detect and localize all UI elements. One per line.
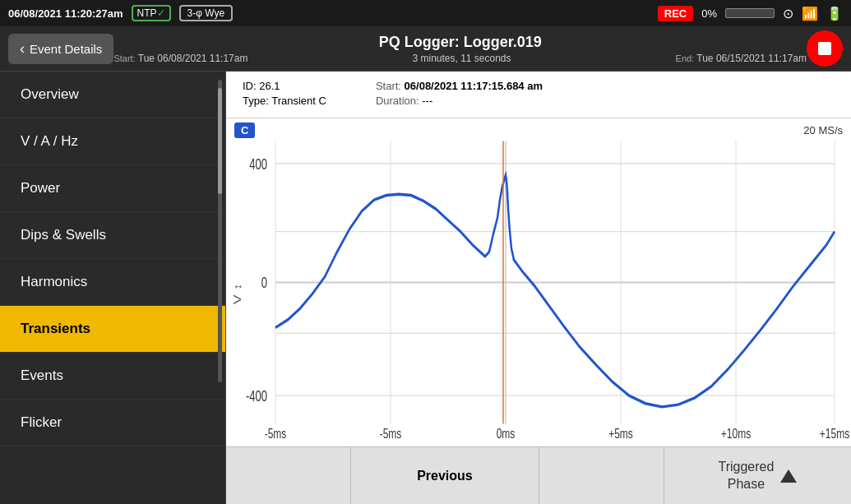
event-start-row: Start: 06/08/2021 11:17:15.684 am	[376, 80, 543, 92]
event-start-value: 06/08/2021 11:17:15.684 am	[405, 80, 543, 92]
sidebar-item-flicker[interactable]: Flicker	[0, 400, 225, 446]
sample-rate: 20 MS/s	[803, 124, 843, 136]
signal-icon: 📶	[802, 6, 818, 21]
progress-bar	[725, 8, 775, 18]
sidebar-item-events[interactable]: Events	[0, 353, 225, 400]
sidebar-item-harmonics[interactable]: Harmonics	[0, 259, 225, 306]
back-button[interactable]: ‹ Event Details	[8, 34, 113, 64]
triggered-phase-button[interactable]: TriggeredPhase	[664, 447, 851, 504]
event-duration-value: ---	[422, 95, 432, 107]
previous-label: Previous	[417, 469, 473, 483]
svg-text:-5ms: -5ms	[380, 426, 402, 441]
svg-text:400: 400	[249, 156, 267, 172]
wifi-icon: ⊙	[783, 6, 793, 21]
status-bar: 06/08/2021 11:20:27am NTP✓ 3-φ Wye REC 0…	[0, 0, 851, 26]
svg-text:+5ms: +5ms	[608, 426, 633, 441]
svg-text:-5ms: -5ms	[265, 426, 287, 441]
stop-button[interactable]	[807, 30, 843, 67]
stop-icon	[818, 42, 831, 55]
sidebar-item-transients[interactable]: Transients	[0, 306, 225, 353]
ntp-badge: NTP✓	[132, 5, 171, 21]
sidebar-item-dips-swells[interactable]: Dips & Swells	[0, 212, 225, 259]
event-info: ID: 26.1 Type: Transient C Start: 06/08/…	[226, 72, 851, 118]
channel-badge: C	[234, 123, 255, 138]
back-label: Event Details	[30, 42, 102, 56]
svg-text:0: 0	[261, 275, 267, 290]
header: ‹ Event Details PQ Logger: Logger.019 St…	[0, 26, 851, 72]
previous-button[interactable]: Previous	[351, 447, 539, 504]
event-start-label: Start:	[376, 80, 405, 92]
datetime: 06/08/2021 11:20:27am	[8, 7, 123, 20]
svg-text:0ms: 0ms	[497, 426, 516, 441]
start-info: Start: Tue 06/08/2021 11:17am	[113, 53, 247, 64]
rec-badge: REC	[658, 6, 693, 21]
empty-left-button[interactable]	[226, 447, 351, 504]
event-id-row: ID: 26.1	[243, 80, 326, 92]
sidebar-item-overview[interactable]: Overview	[0, 72, 225, 118]
bottom-bar: Previous TriggeredPhase	[226, 446, 851, 504]
event-id: ID: 26.1	[243, 80, 280, 92]
content-area: ID: 26.1 Type: Transient C Start: 06/08/…	[226, 72, 851, 504]
sidebar-item-power[interactable]: Power	[0, 165, 225, 212]
sidebar: Overview V / A / Hz Power Dips & Swells …	[0, 72, 226, 504]
sidebar-scrollbar[interactable]	[218, 80, 222, 382]
svg-text:-400: -400	[246, 388, 267, 404]
event-type: Type: Transient C	[243, 95, 326, 107]
scrollbar-thumb	[218, 88, 222, 194]
chevron-left-icon: ‹	[20, 40, 25, 58]
chart-container: C 20 MS/s	[226, 118, 851, 446]
start-label: Start:	[113, 53, 135, 63]
sidebar-item-vahz[interactable]: V / A / Hz	[0, 118, 225, 165]
header-center: PQ Logger: Logger.019 Start: Tue 06/08/2…	[113, 34, 807, 64]
end-info: End: Tue 06/15/2021 11:17am	[676, 53, 807, 64]
record-percent: 0%	[701, 7, 717, 20]
triggered-phase-content: TriggeredPhase	[719, 459, 798, 493]
triangle-up-icon	[780, 469, 797, 483]
event-id-col: ID: 26.1 Type: Transient C	[243, 80, 326, 109]
svg-text:+15ms: +15ms	[820, 426, 849, 441]
page-title: PQ Logger: Logger.019	[113, 34, 807, 51]
waveform-chart: 400 0 -400 V ↕ -5ms -5ms 0ms +5ms +10ms …	[226, 118, 851, 446]
end-label: End:	[676, 53, 695, 63]
event-duration-row: Duration: ---	[376, 95, 543, 107]
empty-right-button[interactable]	[539, 447, 664, 504]
event-time-col: Start: 06/08/2021 11:17:15.684 am Durati…	[376, 80, 543, 109]
chart-header: C 20 MS/s	[234, 123, 843, 138]
triggered-phase-label: TriggeredPhase	[719, 459, 775, 493]
phase-badge: 3-φ Wye	[179, 5, 234, 21]
end-date: Tue 06/15/2021 11:17am	[696, 53, 807, 64]
svg-text:V ↕: V ↕	[231, 283, 243, 304]
svg-text:+10ms: +10ms	[721, 426, 751, 441]
event-type-row: Type: Transient C	[243, 95, 326, 107]
main-layout: Overview V / A / Hz Power Dips & Swells …	[0, 72, 851, 504]
battery-icon: 🔋	[826, 6, 843, 21]
header-times: Start: Tue 06/08/2021 11:17am 3 minutes,…	[113, 53, 807, 64]
start-date: Tue 06/08/2021 11:17am	[138, 53, 248, 64]
event-duration-label: Duration:	[376, 95, 422, 107]
duration-text: 3 minutes, 11 seconds	[412, 53, 511, 64]
